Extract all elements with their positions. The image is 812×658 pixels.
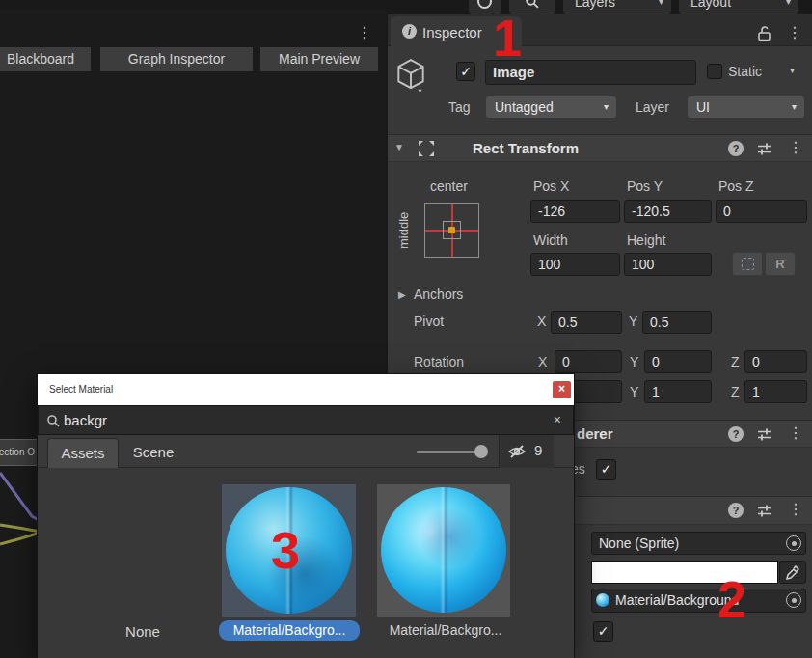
material-object-picker-icon[interactable] — [786, 592, 801, 608]
raw-edit-mode-button[interactable]: R — [765, 252, 796, 276]
search-icon — [46, 414, 60, 427]
unity-editor-window: Layers ▾ Layout ▾ ⋮ Blackboard Graph Ins… — [0, 0, 812, 658]
material-object-field[interactable]: Material/Background — [591, 589, 806, 613]
presets-icon[interactable] — [757, 142, 772, 156]
blackboard-button[interactable]: Blackboard — [0, 47, 91, 71]
material-item-label-selected[interactable]: Material/Backgro... — [219, 620, 360, 641]
canvas-renderer-kebab-icon[interactable]: ⋮ — [788, 425, 803, 441]
chevron-down-icon: ▾ — [792, 96, 797, 118]
rect-transform-kebab-icon[interactable]: ⋮ — [788, 140, 803, 155]
pos-y-field[interactable]: -120.5 — [624, 200, 712, 223]
blueprint-icon — [742, 258, 754, 270]
material-results-grid: None Material/Backgro... Material/Backgr… — [38, 468, 574, 658]
material-preview-sphere — [381, 487, 506, 613]
dialog-title: Select Material — [49, 384, 113, 395]
pos-y-label: Pos Y — [627, 178, 663, 194]
rotation-y-field[interactable]: 0 — [644, 350, 712, 373]
help-icon[interactable]: ? — [728, 141, 744, 156]
blueprint-mode-button[interactable] — [732, 252, 763, 276]
hidden-count-badge: 9 — [534, 442, 542, 458]
tab-scene[interactable]: Scene — [122, 438, 184, 468]
presets-icon[interactable] — [757, 427, 772, 442]
pivot-x-field[interactable]: 0.5 — [551, 311, 622, 334]
anchor-horizontal-label: center — [430, 178, 468, 194]
material-search-bar[interactable]: backgr × — [38, 405, 574, 435]
width-field[interactable]: 100 — [530, 253, 620, 276]
search-icon — [525, 0, 539, 9]
material-item-label[interactable]: Material/Backgro... — [375, 622, 516, 638]
graph-inspector-button-label: Graph Inspector — [128, 51, 225, 67]
height-field[interactable]: 100 — [624, 253, 712, 276]
material-item-none[interactable]: None — [97, 623, 188, 640]
rect-transform-header[interactable] — [388, 134, 812, 162]
layout-dropdown[interactable]: Layout ▾ — [679, 0, 798, 14]
gameobject-cube-icon[interactable] — [393, 57, 428, 94]
main-preview-button[interactable]: Main Preview — [260, 47, 378, 71]
hidden-packages-toggle[interactable]: 9 — [499, 435, 554, 468]
static-dropdown-icon[interactable]: ▾ — [790, 65, 795, 75]
inspector-tab-label: Inspector — [422, 24, 482, 41]
rotation-z-field[interactable]: 0 — [744, 350, 807, 373]
width-label: Width — [533, 233, 568, 248]
pivot-y-field[interactable]: 0.5 — [642, 311, 712, 334]
account-circle-icon — [477, 0, 492, 9]
tag-dropdown[interactable]: Untagged ▾ — [486, 96, 616, 118]
pos-x-field[interactable]: -126 — [530, 200, 620, 223]
eye-slash-icon — [507, 444, 527, 459]
tab-assets[interactable]: Assets — [47, 438, 119, 468]
raycast-target-checkbox[interactable]: ✓ — [593, 621, 613, 642]
thumbnail-size-slider[interactable] — [417, 451, 482, 453]
clear-search-icon[interactable]: × — [554, 412, 561, 427]
anchors-label: Anchors — [414, 287, 463, 302]
rotation-x-field[interactable]: 0 — [555, 350, 622, 373]
pos-z-field[interactable]: 0 — [716, 200, 807, 223]
annotation-step-2: 2 — [717, 573, 746, 625]
image-component-kebab-icon[interactable]: ⋮ — [788, 502, 803, 517]
annotation-step-1: 1 — [493, 12, 522, 64]
chevron-down-icon: ▾ — [786, 0, 791, 14]
scale-z-field[interactable]: 1 — [744, 380, 807, 403]
layout-dropdown-label: Layout — [679, 0, 731, 10]
scale-y-axis-label: Y — [630, 384, 638, 399]
presets-icon[interactable] — [757, 504, 772, 518]
inspector-kebab-menu-icon[interactable]: ⋮ — [787, 25, 802, 41]
sprite-object-field[interactable]: None (Sprite) — [591, 532, 806, 555]
pos-x-label: Pos X — [533, 178, 569, 194]
blackboard-button-label: Blackboard — [7, 51, 74, 67]
help-icon[interactable]: ? — [728, 503, 744, 518]
foldout-open-icon[interactable]: ▼ — [394, 142, 404, 152]
dialog-tab-bar: Assets Scene 9 — [38, 435, 574, 468]
static-checkbox[interactable] — [707, 64, 722, 79]
annotation-step-3: 3 — [271, 524, 300, 576]
color-swatch[interactable] — [591, 561, 778, 584]
active-checkbox[interactable]: ✓ — [456, 62, 475, 81]
help-icon[interactable]: ? — [728, 426, 744, 442]
anchor-pivot-dot — [448, 227, 455, 233]
main-preview-button-label: Main Preview — [279, 51, 360, 67]
graph-kebab-menu-icon[interactable]: ⋮ — [357, 23, 372, 41]
rotation-z-axis-label: Z — [731, 354, 740, 370]
search-input-value[interactable]: backgr — [64, 412, 107, 428]
slider-thumb[interactable] — [474, 445, 488, 458]
material-thumbnail[interactable] — [377, 484, 510, 617]
renderer-property-checkbox[interactable]: ✓ — [596, 459, 616, 480]
rect-transform-tool-icon — [417, 139, 436, 158]
unlock-icon[interactable] — [757, 25, 771, 41]
chevron-down-icon: ▾ — [604, 96, 609, 118]
layers-dropdown[interactable]: Layers ▾ — [563, 0, 671, 14]
pivot-y-axis-label: Y — [629, 314, 637, 329]
eyedropper-button[interactable] — [779, 561, 806, 584]
scale-y-field[interactable]: 1 — [644, 380, 712, 403]
rotation-y-axis-label: Y — [630, 354, 638, 370]
pivot-x-axis-label: X — [537, 314, 546, 329]
dialog-titlebar[interactable]: Select Material × — [38, 374, 574, 405]
anchor-preset-widget[interactable] — [424, 203, 479, 258]
rotation-x-axis-label: X — [538, 354, 547, 370]
close-icon[interactable]: × — [553, 381, 571, 398]
select-material-dialog: Select Material × backgr × Assets Scene … — [37, 373, 575, 658]
material-sphere-icon — [596, 593, 609, 607]
sprite-object-picker-icon[interactable] — [786, 535, 801, 551]
foldout-collapsed-icon[interactable]: ▶ — [398, 289, 406, 300]
graph-inspector-button[interactable]: Graph Inspector — [100, 47, 253, 71]
layer-dropdown[interactable]: UI ▾ — [688, 96, 804, 118]
